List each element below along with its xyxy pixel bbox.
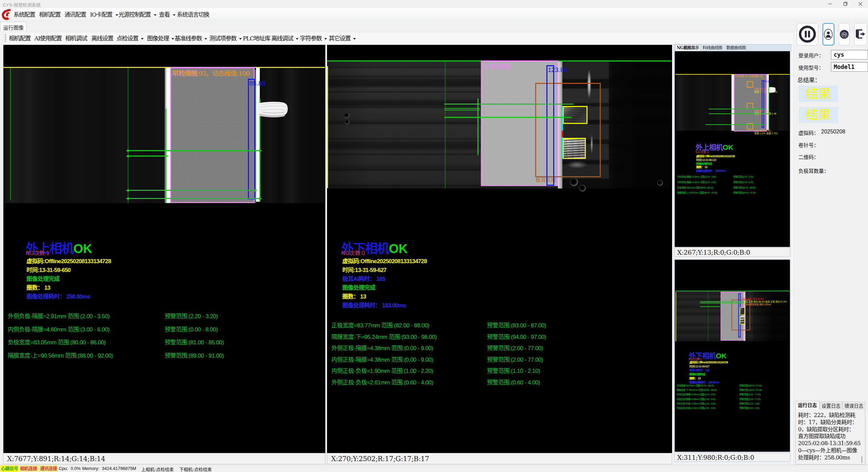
qr-code-label: 二维码： [798, 153, 819, 160]
title-bar: CYS-视觉检测系统 [0, 0, 868, 8]
toolbar-item-11[interactable]: 字符参数 [300, 34, 326, 43]
upper-camera-status: 上相机:点检结束 [141, 466, 174, 472]
toolbar-item-4[interactable]: 离线设置 [91, 34, 113, 43]
mini-photo [675, 75, 734, 131]
info-line: 图像处理耗时： 183.00ms [342, 301, 406, 309]
measurement-warn-range: 预警范围:(0.60 - 4.00) [739, 406, 759, 410]
measurement-warn-range: 预警范围:(2.00 - 77.00) [739, 393, 760, 396]
measurement-warn-range: 预警范围:(1.10 - 2.10) [739, 402, 759, 405]
log-tab-3[interactable]: 错误日志 [843, 402, 865, 409]
toolbar-item-10[interactable]: 离线调试 [271, 34, 298, 43]
log-body[interactable]: 耗时：222，缺陷检测耗时：17，缺陷分类耗时：0，缺陷提取分区耗时：直方图提取… [795, 409, 865, 465]
arrow-tick-icon [254, 189, 257, 192]
dropdown-arrow-icon [239, 38, 242, 40]
toolbar-item-3[interactable]: 相机调试 [65, 34, 87, 43]
info-line: 图像处理耗时： 248.00ms [696, 168, 726, 173]
toolbar-item-12[interactable]: 其它设置 [329, 34, 355, 43]
camera-view-upper[interactable]: 85.88 AI检测框 平均阈值:93，动态阈值:100 外上相机OK NG次数… [3, 45, 325, 453]
dropdown-arrow-icon [154, 14, 157, 16]
tab-box-upper [563, 106, 587, 124]
login-user-button[interactable] [822, 23, 834, 46]
toolbar-item-label: 字符参数 [300, 35, 322, 42]
measurement-value: 隔膜宽度-上=90.57mm 范围:(88.00 - 92.00) [677, 191, 717, 194]
log-line: 处理耗时：258.00ms [798, 454, 865, 461]
ng-thumbnail-lower[interactable]: 极耳:翻折 得分:86.5% 极耳:正常 得分:98.2% 极耳:正常 得分:9… [674, 259, 790, 452]
arrow-tick-icon [126, 149, 129, 152]
toolbar-strip: 相机配置AI使用配置相机调试离线设置点检设置图像处理基准线参数测试项参数PLC地… [3, 32, 794, 44]
camera-view-lower[interactable]: 极耳区域 123.80 AI检测框 外下相机OK NG次数:0 虚拟码:Offl… [327, 45, 672, 453]
pixel-readout-lower: X:270;Y:2502;R:17;G:17;B:17 [327, 453, 672, 464]
login-user-value: cys [834, 51, 844, 58]
pause-icon [798, 25, 817, 43]
measurement-warn-range: 预警范围:(2.00 - 77.00) [487, 355, 543, 363]
measurement-warn-range: 预警范围:(94.00 - 97.00) [487, 332, 546, 341]
green-hline-4 [126, 198, 261, 199]
ng-pixel-readout-upper-text: X:267;Y:13;R:0;G:0;B:0 [677, 249, 750, 256]
measurement-warn-range: 预警范围:(0.00 - 8.00) [733, 180, 753, 184]
mini-photo-right [770, 75, 790, 131]
green-hline-1 [444, 104, 574, 105]
menu-item-2[interactable]: 相机配置 [39, 10, 60, 19]
ng-tab-2[interactable]: 料线曲线图 [701, 45, 724, 51]
measurement-value: 外侧正极-负极=2.42mm 范围:(0.60 - 4.00) [676, 406, 715, 410]
mini-orange-box-1 [747, 81, 753, 88]
reel-number-label: 卷针号： [798, 141, 819, 148]
toolbar-item-2[interactable]: AI使用配置 [34, 34, 62, 43]
blue-measure-box [546, 65, 554, 186]
tab-region-box [535, 83, 601, 177]
comm-link-badge: 通讯连接 [40, 466, 57, 472]
toolbar-item-label: 基准线参数 [175, 35, 202, 42]
mini-green-h3 [705, 124, 765, 125]
bolt-4 [579, 185, 586, 192]
menu-item-3[interactable]: 通讯配置 [65, 10, 86, 19]
green-hline-1 [126, 150, 261, 151]
exit-button[interactable] [854, 23, 867, 46]
toolbar-item-5[interactable]: 点检设置 [116, 34, 143, 43]
users-button[interactable] [839, 23, 850, 46]
log-tab-2[interactable]: 设置日志 [820, 402, 842, 409]
toolbar-item-label: PLC地址库 [243, 35, 270, 42]
menu-item-4[interactable]: IO卡配置 [90, 10, 117, 19]
tab-run-image[interactable]: 运行图像 [0, 22, 26, 31]
model-input[interactable]: Model1 [831, 62, 868, 72]
toolbar-item-label: 相机调试 [65, 35, 87, 42]
menu-item-label: 系统配置 [14, 11, 35, 18]
dropdown-arrow-icon [324, 38, 327, 40]
pause-button[interactable] [797, 23, 818, 46]
menu-item-5[interactable]: 光源控制配置 [119, 10, 156, 19]
ng-tab-1[interactable]: NG截图显示 [675, 44, 701, 51]
measurement-warn-range: 预警范围:(89.00 - 91.00) [165, 351, 224, 359]
log-tab-1[interactable]: 运行日志 [795, 401, 819, 409]
menu-item-6[interactable]: 查看 [159, 10, 175, 19]
log-text: 耗时：222，缺陷检测耗时：17，缺陷分类耗时：0，缺陷提取分区耗时：直方图提取… [798, 412, 865, 461]
toolbar-item-6[interactable]: 图像处理 [147, 34, 174, 43]
log-scrollbar[interactable] [862, 456, 862, 463]
info-line: 图像处理完成 [342, 283, 375, 291]
info-line: 极耳AI耗时： 165 [342, 274, 385, 283]
toolbar-item-9[interactable]: PLC地址库 [243, 34, 270, 43]
toolbar-drag-handle[interactable] [5, 34, 6, 42]
menu-item-7[interactable]: 系统语言切换 [177, 10, 209, 19]
green-vline-b [477, 98, 478, 155]
measurement-warn-range: 预警范围:(2.00 - 77.00) [487, 343, 543, 352]
toolbar-item-1[interactable]: 相机配置 [9, 34, 31, 43]
toolbar-item-7[interactable]: 基准线参数 [175, 34, 206, 43]
tab-run-image-label: 运行图像 [1, 24, 26, 31]
toolbar-item-8[interactable]: 测试项参数 [209, 34, 241, 43]
login-user-input[interactable]: cys [831, 50, 868, 59]
virtual-code-value: 20250208 [821, 129, 845, 135]
arrow-tick-icon [259, 149, 261, 152]
measurement-warn-range: 预警范围:(2.20 - 3.20) [165, 311, 218, 320]
anode-tab-count-label: 负极耳数量： [798, 167, 829, 174]
measurement-value: 内侧正极-隔膜=4.06mm 范围:(0.00 - 9.00) [676, 397, 715, 401]
toolbar-item-label: 离线设置 [91, 35, 113, 42]
mini2-green-h1 [700, 301, 744, 302]
sidebar-separator [792, 44, 793, 465]
menu-item-1[interactable]: 系统配置 [14, 10, 35, 19]
info-line: 极耳AI耗时： 165 [689, 368, 709, 372]
mini-green-v1 [768, 84, 769, 130]
measurement-value: 内侧负极-隔膜=4.60mm 范围:(3.00 - 6.00) [8, 325, 110, 333]
ng-tab-3[interactable]: 数据曲线图 [724, 45, 748, 51]
ng-thumbnail-upper[interactable]: 平均阈值:93, 动态阈值:101 亮度 面积:1.226 宽度:1.775 高… [674, 51, 790, 247]
login-user-label: 登录用户： [798, 52, 824, 59]
